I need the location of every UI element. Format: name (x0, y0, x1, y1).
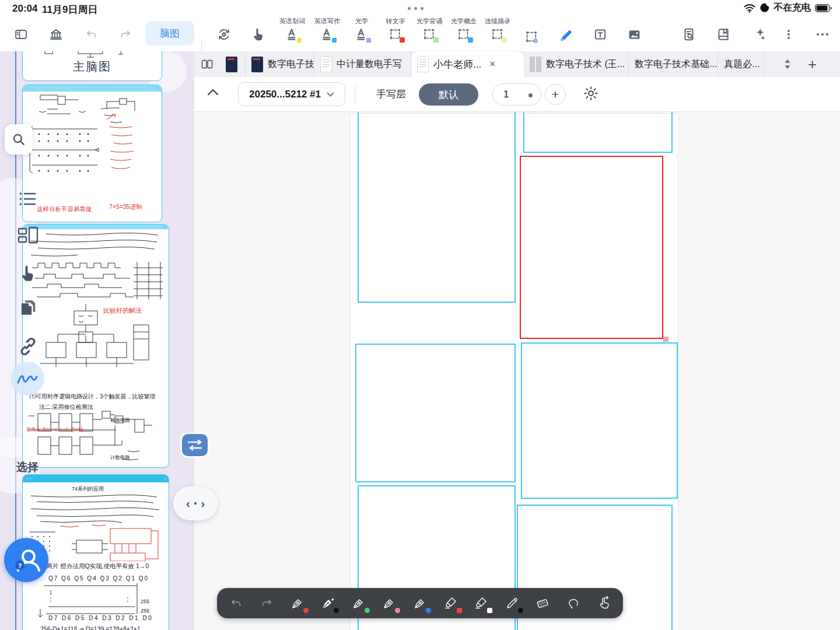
card-header-strip: ⋯› (23, 475, 169, 482)
annotation-box-red[interactable] (520, 156, 663, 339)
outline-list-icon[interactable] (19, 191, 37, 208)
tab-document-6[interactable]: 真题必... (718, 51, 765, 77)
new-tab-button[interactable]: + (808, 51, 817, 77)
page-nav-pill[interactable]: ‹•› (173, 487, 218, 520)
add-layer-button[interactable]: + (545, 84, 566, 105)
action-english-writing[interactable]: 英语写作 (308, 16, 346, 50)
highlighter-red-button[interactable] (439, 592, 463, 615)
more-menu-button[interactable] (813, 24, 832, 44)
red-annotation-small: 若用JK 则SJ=D K=D̄ 选D触 (26, 426, 83, 433)
tab-document-3-active[interactable]: 小牛老师...× (411, 51, 524, 77)
split-view-icon[interactable] (194, 51, 220, 77)
mind-map-button[interactable]: 脑图 (145, 21, 194, 46)
page-count-pill[interactable]: 1 (492, 83, 541, 106)
sync-settings-button[interactable] (214, 24, 234, 44)
library-button[interactable] (46, 24, 66, 44)
action-ocr-recite[interactable]: 光学背诵 (410, 16, 449, 50)
ink-255: 255 (141, 598, 149, 604)
tab-document-4[interactable]: 数字电子技术 (王... (524, 51, 629, 77)
note-thumbnail-card-2[interactable]: › 比较好的解法 ⑴可用时序逻辑电路设计，3个触发器，比较繁琐 法二:采用修位检… (22, 224, 169, 468)
eraser-button[interactable] (531, 592, 554, 615)
note-thumbnail-card-1[interactable]: ⋯› 这样分析不容易靠拢 7×5=35进制 (22, 85, 162, 222)
undo-button[interactable] (82, 24, 102, 44)
action-english-lookup[interactable]: 英语划词 (273, 16, 312, 50)
lasso-select-button[interactable] (562, 592, 585, 615)
notebook-id-dropdown[interactable]: 20250...5212 #1 (238, 82, 345, 106)
close-tab-icon[interactable]: × (489, 58, 495, 70)
annotation-box-1[interactable] (358, 112, 516, 303)
notebook-id-value: 20250...5212 #1 (249, 89, 321, 100)
document-search-button[interactable] (679, 24, 699, 44)
redo-stroke-button[interactable] (255, 592, 278, 615)
pen-black-button-active[interactable] (316, 592, 340, 615)
bookmark-button[interactable] (713, 24, 733, 44)
tab-document-2[interactable]: 中计量数电手写 (314, 51, 411, 77)
pan-gesture-button[interactable] (592, 592, 615, 615)
prev-page-icon[interactable]: ‹ (186, 497, 190, 510)
moon-icon (760, 3, 769, 13)
document-canvas[interactable] (194, 112, 840, 630)
pen-green-button[interactable] (347, 592, 370, 615)
sidebar-resize-handle[interactable] (182, 434, 208, 456)
annotation-box-4[interactable] (521, 342, 678, 499)
ink-line: 用两片 想办法用Q实现,使电平有效 1→0 (40, 562, 149, 570)
sketch-detector-design (23, 229, 169, 404)
tab-document-5[interactable]: 数字电子技术基础... (629, 51, 718, 77)
action-ocr[interactable]: 光学 (342, 16, 381, 50)
action-label: 英语划词 (279, 16, 305, 26)
clock: 20:04 (12, 3, 37, 15)
doc-thumbnail (251, 57, 263, 72)
assistant-chat-button[interactable]: ? (4, 538, 48, 582)
layer-settings-gear-icon[interactable] (582, 85, 600, 102)
mindmap-root-card[interactable]: 主脑图 (22, 51, 162, 81)
card-layout-icon[interactable] (18, 226, 38, 244)
collapse-chevron-icon[interactable] (207, 89, 219, 96)
red-box-resize-handle[interactable] (663, 337, 668, 342)
pen-pink-button[interactable] (377, 592, 401, 615)
tab-document-0[interactable] (220, 51, 246, 77)
tab-document-1[interactable]: 数字电子技术 (246, 51, 314, 77)
copy-pages-icon[interactable] (19, 299, 37, 321)
kebab-menu-button[interactable] (779, 24, 799, 44)
pencil-tool-button[interactable] (556, 26, 576, 46)
sidebar-toggle-button[interactable] (11, 24, 31, 44)
action-to-text[interactable]: 转文字 (376, 16, 415, 50)
document-tab-bar: 数字电子技术 中计量数电手写 小牛老师...× 数字电子技术 (王... 数字电… (194, 51, 840, 77)
pen-toolbar (217, 588, 623, 618)
annotation-box-2[interactable] (523, 112, 673, 153)
annotation-box-3[interactable] (355, 344, 516, 482)
redo-button[interactable] (116, 24, 135, 44)
ai-sparkles-button[interactable] (749, 24, 769, 44)
assistant-person-icon: ? (4, 538, 48, 582)
text-tool-button[interactable] (590, 24, 610, 44)
layer-value: 默认 (439, 88, 459, 102)
undo-stroke-button[interactable] (225, 592, 248, 615)
next-page-icon[interactable]: › (201, 497, 205, 510)
tab-sort-icon[interactable] (782, 58, 793, 70)
sketch-circuit (23, 51, 162, 59)
image-tool-button[interactable] (624, 24, 644, 44)
marquee-icon (490, 27, 505, 42)
search-button[interactable] (5, 124, 33, 155)
layer-select-pill[interactable]: 默认 (419, 83, 478, 106)
scribble-gesture-icon[interactable] (10, 362, 44, 396)
pen-blue-button[interactable] (408, 592, 432, 615)
tab-label: 数字电子技术基础... (635, 58, 717, 71)
link-icon[interactable] (18, 336, 38, 357)
pencil-black-button[interactable] (501, 592, 524, 615)
handwriting-layer-label: 手写层 (376, 77, 406, 112)
action-label: 转文字 (386, 16, 405, 26)
action-ocr-concept[interactable]: 光学概念 (444, 16, 483, 50)
wifi-icon (744, 4, 755, 13)
tab-bar-actions: + (782, 51, 821, 77)
ink-256: 256 (141, 608, 149, 614)
hand-pointer-button[interactable] (249, 24, 268, 44)
highlighter-white-button[interactable] (470, 592, 493, 615)
hand-pointer-icon[interactable] (19, 264, 37, 286)
select-marquee-button[interactable] (522, 27, 541, 47)
action-continuous-excerpt[interactable]: 连续摘录 (478, 16, 517, 50)
select-mode-label[interactable]: 选择 (16, 460, 38, 475)
pen-red-button[interactable] (286, 592, 309, 615)
marquee-icon (388, 27, 403, 42)
marquee-icon (422, 27, 437, 42)
